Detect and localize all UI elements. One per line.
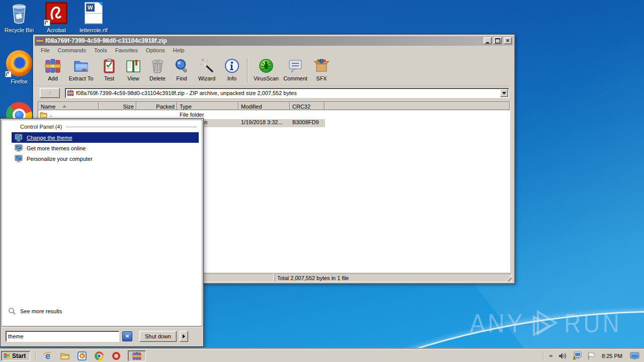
show-desktop-icon[interactable] <box>630 352 639 360</box>
watermark-text-any: ANY <box>470 308 525 338</box>
shutdown-button[interactable]: Shut down <box>139 331 177 342</box>
maximize-button[interactable] <box>494 37 502 44</box>
media-player-icon <box>77 351 87 360</box>
menu-commands[interactable]: Commands <box>54 46 90 54</box>
toolbar-virusscan-button[interactable]: VirusScan <box>251 56 281 85</box>
anyrun-watermark: ANY RUN <box>470 309 622 338</box>
chrome-icon <box>95 351 104 360</box>
menu-file[interactable]: File <box>37 46 54 54</box>
file-modified: 1/19/2018 3:32... <box>241 119 283 125</box>
find-magnifier-icon <box>174 58 190 74</box>
result-item-personalize[interactable]: Personalize your computer <box>12 153 199 164</box>
taskbar: Start <box>0 349 644 362</box>
view-book-icon <box>125 58 141 74</box>
toolbar-label: Comment <box>283 75 307 81</box>
volume-icon[interactable] <box>558 352 567 360</box>
search-results-panel: Control Panel (4) Change the theme <box>2 120 202 326</box>
column-header-packed[interactable]: Packed <box>136 102 177 110</box>
search-box[interactable] <box>6 331 119 342</box>
file-crc32: B3008FD9 <box>292 119 319 125</box>
menu-options[interactable]: Options <box>142 46 169 54</box>
desktop-icon-recycle-bin[interactable]: Recycle Bin <box>0 2 38 33</box>
desktop-icon-label: letterrole.rtf <box>74 27 113 33</box>
test-clipboard-icon <box>101 58 117 74</box>
add-archive-icon <box>45 58 61 74</box>
toolbar-separator <box>247 58 248 83</box>
toolbar-info-button[interactable]: Info <box>220 56 244 85</box>
toolbar-test-button[interactable]: Test <box>97 56 121 85</box>
desktop: ANY RUN Recycle Bin <box>0 0 644 362</box>
quicklaunch-internet-explorer[interactable] <box>42 350 53 361</box>
desktop-icon-letterrole[interactable]: letterrole.rtf <box>74 2 113 33</box>
column-header-crc32[interactable]: CRC32 <box>290 102 325 110</box>
start-button[interactable]: Start <box>1 351 30 361</box>
toolbar-view-button[interactable]: View <box>121 56 145 85</box>
display-settings-icon <box>15 155 23 163</box>
address-dropdown-button[interactable] <box>500 89 508 97</box>
info-icon <box>224 58 240 74</box>
close-button[interactable] <box>504 37 512 44</box>
desktop-icon-label: Recycle Bin <box>0 27 38 33</box>
opera-icon <box>112 352 120 360</box>
toolbar-label: Find <box>176 75 187 81</box>
folder-explorer-icon <box>60 352 69 360</box>
toolbar-label: VirusScan <box>254 75 279 81</box>
menu-tools[interactable]: Tools <box>90 46 111 54</box>
toolbar-delete-button[interactable]: Delete <box>145 56 170 85</box>
shortcut-arrow-icon <box>44 20 50 26</box>
toolbar-extract-button[interactable]: Extract To <box>65 56 97 85</box>
result-item-label: Change the theme <box>27 135 72 141</box>
winrar-address-row: f08a769f-7399-4c59-98d0-c31104c3918f.zip… <box>35 86 513 100</box>
show-hidden-icons-chevron[interactable] <box>550 353 553 358</box>
display-settings-icon <box>15 134 23 142</box>
acrobat-icon <box>45 2 68 25</box>
column-header-name[interactable]: Name <box>38 102 99 110</box>
winrar-toolbar: Add Extract To <box>35 55 513 87</box>
toolbar-label: Delete <box>149 75 166 81</box>
action-center-flag-icon[interactable] <box>587 351 595 360</box>
quicklaunch-opera[interactable] <box>111 350 122 361</box>
menu-help[interactable]: Help <box>169 46 189 54</box>
folder-icon <box>40 111 47 118</box>
group-header-rule <box>66 127 197 127</box>
toolbar-wizard-button[interactable]: Wizard <box>194 56 220 85</box>
status-text: Total 2,007,552 bytes in 1 file <box>277 275 349 281</box>
taskbar-clock[interactable]: 8:25 PM <box>602 353 622 359</box>
taskbar-winrar-button[interactable] <box>128 350 146 361</box>
file-type-fragment: n <box>204 119 207 125</box>
column-header-modified[interactable]: Modified <box>238 102 290 110</box>
result-item-label: Personalize your computer <box>27 156 93 162</box>
winrar-icon <box>132 351 141 360</box>
winrar-titlebar[interactable]: f08a769f-7399-4c59-98d0-c31104c3918f.zip <box>35 36 513 46</box>
search-input[interactable] <box>8 333 117 339</box>
address-combobox[interactable]: f08a769f-7399-4c59-98d0-c31104c3918f.zip… <box>65 88 509 98</box>
toolbar-label: Test <box>104 75 114 81</box>
result-group-header[interactable]: Control Panel (4) <box>20 124 197 130</box>
delete-trash-icon <box>149 58 166 74</box>
internet-explorer-ring <box>42 351 53 359</box>
toolbar-find-button[interactable]: Find <box>170 56 194 85</box>
anyrun-logo-icon <box>529 309 560 338</box>
toolbar-add-button[interactable]: Add <box>41 56 65 85</box>
clear-search-button[interactable] <box>122 331 132 341</box>
toolbar-comment-button[interactable]: Comment <box>281 56 309 85</box>
group-header-label: Control Panel (4) <box>20 124 62 130</box>
menu-favorites[interactable]: Favorites <box>111 46 142 54</box>
display-settings-icon <box>15 144 23 152</box>
column-header-type[interactable]: Type <box>177 102 238 110</box>
minimize-button[interactable] <box>484 37 492 44</box>
network-warning-icon[interactable] <box>572 351 582 360</box>
see-more-results[interactable]: See more results <box>8 306 199 317</box>
result-item-more-themes[interactable]: Get more themes online <box>12 143 199 153</box>
desktop-icon-acrobat[interactable]: Acrobat <box>37 2 75 33</box>
start-menu-bottom-band: Shut down <box>2 326 202 345</box>
result-item-change-theme[interactable]: Change the theme <box>12 132 199 143</box>
up-directory-button[interactable] <box>40 88 60 98</box>
quicklaunch-chrome[interactable] <box>94 350 105 361</box>
column-header-size[interactable]: Size <box>99 102 136 110</box>
toolbar-sfx-button[interactable]: SFX <box>309 56 334 85</box>
shutdown-options-button[interactable] <box>180 331 188 342</box>
shutdown-label: Shut down <box>145 333 171 339</box>
quicklaunch-media-player[interactable] <box>76 350 88 361</box>
quicklaunch-explorer[interactable] <box>59 350 70 361</box>
